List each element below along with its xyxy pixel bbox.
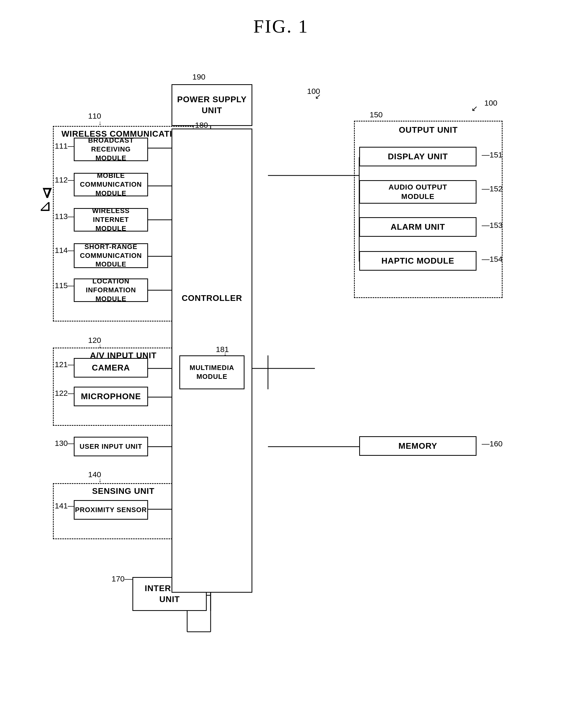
ref-170: 170— [112, 574, 132, 583]
ref-130: 130— [55, 439, 76, 448]
ref-110: 110 [88, 112, 101, 120]
antenna-symbol: ∇ [42, 186, 52, 201]
ref-110-arrow: ↓ [99, 119, 102, 126]
output-label: OUTPUT UNIT [355, 125, 501, 136]
ref-190: 190 [192, 72, 205, 81]
ref-100-label: 100 [484, 99, 497, 107]
display-box: DISPLAY UNIT [359, 147, 477, 166]
audio-output-box: AUDIO OUTPUT MODULE [359, 180, 477, 204]
ref-112: 112— [55, 175, 76, 184]
diagram: 100 ↙ 190 POWER SUPPLY UNIT 110 ↓ WIRELE… [33, 58, 529, 684]
controller-label: CONTROLLER [174, 293, 250, 304]
ref-160: —160 [482, 439, 503, 448]
haptic-box: HAPTIC MODULE [359, 251, 477, 271]
ref-115: 115— [55, 281, 76, 290]
ref-150: 150 [370, 110, 383, 119]
user-input-box: USER INPUT UNIT [74, 437, 148, 456]
ref-122: 122— [55, 389, 76, 398]
wireless-internet-box: WIRELESS INTERNET MODULE [74, 208, 148, 232]
page: FIG. 1 [33, 16, 529, 684]
figure-title: FIG. 1 [33, 16, 529, 37]
ref-151: —151 [482, 150, 503, 159]
ref-100-slash: ↙ [471, 104, 478, 113]
proximity-box: PROXIMITY SENSOR [74, 500, 148, 520]
location-info-box: LOCATION INFORMATION MODULE [74, 278, 148, 302]
ref-181: 181 [216, 345, 229, 354]
ref-113: 113— [55, 212, 76, 221]
short-range-box: SHORT-RANGE COMMUNICATION MODULE [74, 243, 148, 268]
ref-152: —152 [482, 184, 503, 193]
broadcast-box: BROADCAST RECEIVING MODULE [74, 138, 148, 161]
ref-121: 121— [55, 360, 76, 369]
power-supply-box: POWER SUPPLY UNIT [172, 84, 252, 126]
alarm-box: ALARM UNIT [359, 217, 477, 237]
ref-141: 141— [55, 501, 76, 510]
memory-box: MEMORY [359, 436, 477, 456]
ref-180: 180 [195, 121, 208, 130]
ref-100-arrow: ↙ [315, 92, 321, 101]
ref-114: 114— [55, 246, 76, 255]
ref-111: 111— [55, 142, 76, 150]
camera-box: CAMERA [74, 358, 148, 378]
microphone-box: MICROPHONE [74, 387, 148, 406]
ref-154: —154 [482, 255, 503, 264]
ref-153: —153 [482, 221, 503, 230]
multimedia-box: MULTIMEDIA MODULE [179, 355, 245, 389]
mobile-comm-box: MOBILE COMMUNICATION MODULE [74, 173, 148, 196]
ref-140-arrow: ↓ [99, 477, 102, 484]
